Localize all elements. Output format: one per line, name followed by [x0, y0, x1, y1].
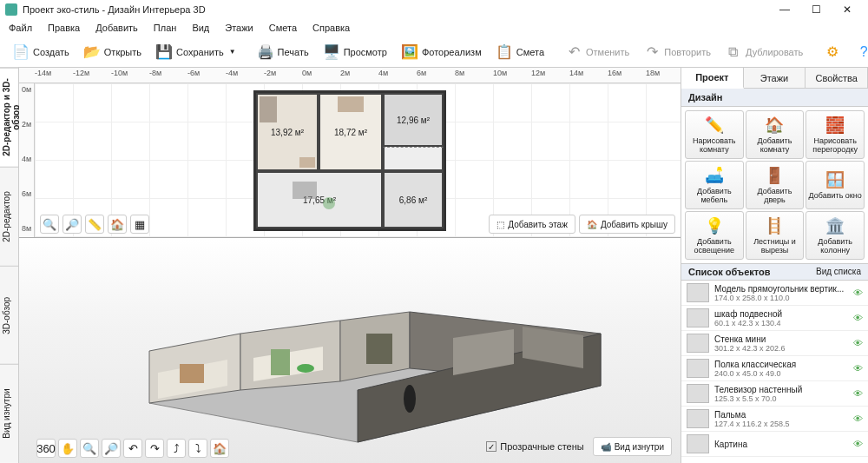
pane-2d[interactable]: 0м2м4м6м8м 13,92 м² 18,72 м² 12,96 м² 17… — [19, 83, 681, 238]
vtab-3d[interactable]: 3D-обзор — [0, 266, 18, 365]
settings-button[interactable]: ⚙ — [819, 40, 846, 64]
create-button[interactable]: 📄Создать — [7, 40, 75, 64]
list-item[interactable]: Телевизор настенный125.3 x 5.5 x 70.0👁 — [681, 381, 868, 407]
help-button[interactable]: ? — [850, 40, 868, 64]
draw-room-button[interactable]: ✏️Нарисовать комнату — [685, 110, 744, 159]
orbit-button[interactable]: 360 — [36, 439, 56, 458]
inside-view-button[interactable]: 📹Вид изнутри — [593, 437, 672, 456]
folder-icon: 📂 — [83, 43, 101, 61]
thumb-icon — [687, 308, 709, 327]
add-window-button[interactable]: 🪟Добавить окно — [806, 161, 865, 209]
menubar: Файл Правка Добавить План Вид Этажи Смет… — [0, 19, 868, 36]
add-column-button[interactable]: 🏛️Добавить колонну — [806, 211, 865, 260]
floor-plan[interactable]: 13,92 м² 18,72 м² 12,96 м² 17,65 м² 6,86… — [253, 90, 446, 231]
list-item[interactable]: Модель прямоугольник вертик...174.0 x 25… — [681, 281, 868, 306]
eye-icon[interactable]: 👁 — [853, 338, 863, 348]
room-2[interactable]: 18,72 м² — [319, 93, 383, 171]
photorealism-button[interactable]: 🖼️Фотореализм — [396, 40, 487, 64]
zoom-out-3d-button[interactable]: 🔍 — [80, 439, 99, 458]
room-6[interactable]: 6,86 м² — [383, 171, 444, 228]
menu-help[interactable]: Справка — [309, 21, 353, 35]
right-panel: Проект Этажи Свойства Дизайн ✏️Нарисоват… — [681, 68, 868, 463]
menu-floors[interactable]: Этажи — [221, 21, 256, 35]
preview-button[interactable]: 🖥️Просмотр — [318, 40, 392, 64]
pan-button[interactable]: ✋ — [58, 439, 77, 458]
eye-icon[interactable]: 👁 — [853, 363, 863, 374]
add-room-button[interactable]: 🏠Добавить комнату — [746, 110, 805, 159]
list-item[interactable]: Пальма127.4 x 116.2 x 258.5👁 — [681, 407, 868, 432]
tilt-up-button[interactable]: ⤴ — [167, 439, 186, 458]
print-button[interactable]: 🖨️Печать — [252, 40, 314, 64]
pencil-icon: ✏️ — [705, 116, 724, 135]
window-icon: 🪟 — [825, 170, 845, 189]
stairs-button[interactable]: 🪜Лестницы и вырезы — [746, 211, 805, 260]
draw-partition-button[interactable]: 🧱Нарисовать перегородку — [806, 110, 865, 159]
redo-button[interactable]: ↷Повторить — [638, 40, 716, 64]
rotate-right-button[interactable]: ↷ — [145, 439, 164, 458]
menu-edit[interactable]: Правка — [44, 21, 83, 35]
tab-project[interactable]: Проект — [681, 68, 744, 89]
add-furniture-button[interactable]: 🛋️Добавить мебель — [685, 161, 744, 209]
titlebar: Проект эко-стиль - Дизайн Интерьера 3D —… — [0, 0, 868, 19]
grid-button[interactable]: ▦ — [130, 215, 149, 234]
room-icon: 🏠 — [765, 116, 784, 135]
menu-view[interactable]: Вид — [188, 21, 213, 35]
minimize-button[interactable]: — — [769, 0, 800, 19]
list-item[interactable]: Полка классическая240.0 x 45.0 x 49.0👁 — [681, 356, 868, 381]
rotate-left-button[interactable]: ↶ — [123, 439, 142, 458]
menu-add[interactable]: Добавить — [92, 21, 141, 35]
tilt-down-button[interactable]: ⤵ — [188, 439, 207, 458]
close-button[interactable]: ✕ — [832, 0, 863, 19]
eye-icon[interactable]: 👁 — [853, 413, 863, 424]
add-roof-button[interactable]: 🏠Добавить крышу — [579, 215, 675, 234]
vtab-2d3d[interactable]: 2D-редактор и 3D-обзор — [0, 68, 18, 167]
list-item[interactable]: Стенка мини301.2 x 42.3 x 202.6👁 — [681, 331, 868, 356]
tab-floors[interactable]: Этажи — [744, 68, 806, 88]
objlist-viewmode[interactable]: Вид списка — [816, 267, 861, 277]
room-4[interactable] — [383, 147, 444, 171]
home-3d-button[interactable]: 🏠 — [210, 439, 229, 458]
menu-budget[interactable]: Смета — [266, 21, 300, 35]
pane-3d[interactable]: 360 ✋ 🔍 🔎 ↶ ↷ ⤴ ⤵ 🏠 ✓Прозрачные стены 📹В… — [19, 238, 681, 463]
room-3[interactable]: 12,96 м² — [383, 93, 444, 147]
eye-icon[interactable]: 👁 — [853, 388, 863, 399]
add-floor-button[interactable]: ⬚Добавить этаж — [489, 215, 575, 234]
duplicate-icon: ⧉ — [725, 43, 742, 61]
menu-file[interactable]: Файл — [5, 21, 36, 35]
eye-icon[interactable]: 👁 — [853, 288, 863, 298]
room-5[interactable]: 17,65 м² — [256, 171, 383, 228]
measure-button[interactable]: 📏 — [85, 215, 104, 234]
design-grid: ✏️Нарисовать комнату 🏠Добавить комнату 🧱… — [681, 107, 868, 263]
ruler-horizontal: -14м-12м-10м-8м-6м-4м-2м0м2м4м6м8м10м12м… — [19, 68, 681, 83]
zoom-in-3d-button[interactable]: 🔎 — [102, 439, 121, 458]
tab-properties[interactable]: Свойства — [806, 68, 868, 88]
maximize-button[interactable]: ☐ — [800, 0, 832, 19]
save-button[interactable]: 💾Сохранить▼ — [150, 40, 241, 64]
photo-icon: 🖼️ — [401, 43, 418, 61]
budget-icon: 📋 — [496, 43, 513, 61]
open-button[interactable]: 📂Открыть — [78, 40, 147, 64]
add-door-button[interactable]: 🚪Добавить дверь — [746, 161, 805, 209]
transparent-walls-checkbox[interactable]: ✓Прозрачные стены — [486, 441, 583, 452]
zoom-in-button[interactable]: 🔎 — [62, 215, 82, 234]
zoom-out-button[interactable]: 🔍 — [40, 215, 59, 234]
vtab-inside[interactable]: Вид изнутри — [0, 364, 18, 463]
svg-rect-11 — [366, 334, 392, 364]
thumb-icon — [687, 359, 709, 378]
undo-icon: ↶ — [565, 43, 582, 61]
svg-point-10 — [297, 364, 314, 373]
print-icon: 🖨️ — [257, 43, 274, 61]
home-button[interactable]: 🏠 — [108, 215, 127, 234]
menu-plan[interactable]: План — [150, 21, 181, 35]
list-item[interactable]: шкаф подвесной60.1 x 42.3 x 130.4👁 — [681, 306, 868, 331]
room-1[interactable]: 13,92 м² — [256, 93, 319, 171]
eye-icon[interactable]: 👁 — [853, 439, 863, 449]
eye-icon[interactable]: 👁 — [853, 313, 863, 323]
add-lighting-button[interactable]: 💡Добавить освещение — [685, 211, 744, 260]
column-icon: 🏛️ — [825, 216, 845, 235]
duplicate-button[interactable]: ⧉Дублировать — [720, 40, 808, 64]
budget-button[interactable]: 📋Смета — [490, 40, 549, 64]
vtab-2d[interactable]: 2D-редактор — [0, 167, 18, 266]
undo-button[interactable]: ↶Отменить — [560, 40, 635, 64]
list-item[interactable]: Картина👁 — [681, 432, 868, 457]
